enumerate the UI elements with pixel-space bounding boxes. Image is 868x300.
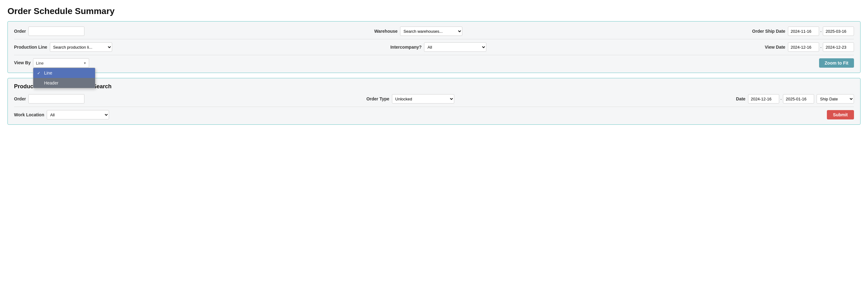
bottom-form-row2: Work Location All Submit <box>14 107 854 119</box>
production-line-select[interactable]: Search production li... <box>50 43 112 52</box>
top-form-row2: Production Line Search production li... … <box>14 39 854 52</box>
warehouse-select[interactable]: Search warehouses... <box>400 27 462 36</box>
bottom-date-range: - <box>748 94 814 104</box>
option-line-label: Line <box>44 71 52 76</box>
intercompany-group: Intercompany? All Yes No <box>391 43 486 52</box>
order-ship-date-sep: - <box>820 29 822 34</box>
order-ship-date-label: Order Ship Date <box>752 29 785 34</box>
order-ship-date-to[interactable] <box>823 27 854 36</box>
order-ship-date-from[interactable] <box>788 27 819 36</box>
order-ship-date-group: Order Ship Date - <box>752 27 854 36</box>
bottom-date-to[interactable] <box>783 94 814 104</box>
order-type-label: Order Type <box>366 97 390 101</box>
intercompany-select[interactable]: All Yes No <box>424 43 486 52</box>
view-by-dropdown-wrapper: Line ▼ ✓ Line Header <box>33 58 89 68</box>
bottom-panel-title: Production Schedule Ordline Search <box>14 83 854 90</box>
bottom-form-row1: Order Order Type Unlocked Locked All Dat… <box>14 94 854 104</box>
view-by-trigger[interactable]: Line ▼ <box>33 58 89 68</box>
page-title: Order Schedule Summary <box>7 6 861 16</box>
top-form-row3: View By Line ▼ ✓ Line Header <box>14 55 854 68</box>
work-location-label: Work Location <box>14 112 44 117</box>
view-date-range: - <box>788 43 854 52</box>
date-group: Date - Ship Date Order Date Due Date <box>736 94 854 104</box>
bottom-order-group: Order <box>14 94 85 104</box>
view-date-sep: - <box>820 45 822 50</box>
work-location-group: Work Location All <box>14 110 109 119</box>
order-label: Order <box>14 29 26 34</box>
view-by-option-line[interactable]: ✓ Line <box>33 68 95 78</box>
view-by-label: View By <box>14 60 31 65</box>
warehouse-label: Warehouse <box>374 29 398 34</box>
bottom-order-input[interactable] <box>28 94 85 104</box>
view-by-option-header[interactable]: Header <box>33 78 95 88</box>
warehouse-field-group: Warehouse Search warehouses... <box>374 27 462 36</box>
view-by-dropdown-menu: ✓ Line Header <box>33 68 95 88</box>
view-date-to[interactable] <box>823 43 854 52</box>
order-type-group: Order Type Unlocked Locked All <box>366 94 454 104</box>
work-location-select[interactable]: All <box>47 110 109 119</box>
production-line-group: Production Line Search production li... <box>14 43 112 52</box>
date-label: Date <box>736 97 745 101</box>
order-ship-date-range: - <box>788 27 854 36</box>
top-panel: Order Warehouse Search warehouses... Ord… <box>7 21 861 73</box>
top-form-row1: Order Warehouse Search warehouses... Ord… <box>14 27 854 36</box>
view-by-arrow-icon: ▼ <box>84 61 87 65</box>
view-date-from[interactable] <box>788 43 819 52</box>
option-header-label: Header <box>44 80 58 85</box>
order-type-select[interactable]: Unlocked Locked All <box>392 94 454 104</box>
production-line-label: Production Line <box>14 45 48 50</box>
view-by-selected-value: Line <box>36 61 43 65</box>
order-input[interactable] <box>28 27 85 36</box>
view-date-label: View Date <box>765 45 785 50</box>
submit-button[interactable]: Submit <box>827 110 854 119</box>
intercompany-label: Intercompany? <box>391 45 422 50</box>
bottom-panel: Production Schedule Ordline Search Order… <box>7 78 861 125</box>
bottom-date-sep: - <box>780 97 782 101</box>
view-by-group: View By Line ▼ ✓ Line Header <box>14 58 89 68</box>
bottom-order-label: Order <box>14 97 26 101</box>
view-date-group: View Date - <box>765 43 854 52</box>
bottom-date-from[interactable] <box>748 94 779 104</box>
order-field-group: Order <box>14 27 85 36</box>
zoom-to-fit-button[interactable]: Zoom to Fit <box>819 58 854 68</box>
checkmark-icon: ✓ <box>37 71 41 76</box>
date-type-select[interactable]: Ship Date Order Date Due Date <box>816 94 854 104</box>
